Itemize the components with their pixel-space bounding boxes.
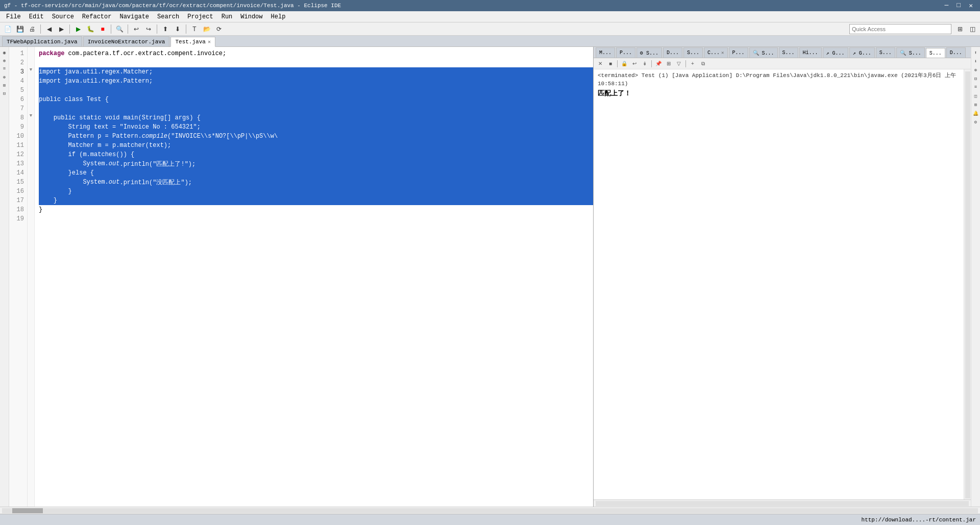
toolbar-stop[interactable]: ■ [97, 23, 108, 35]
toolbar-open-type[interactable]: T [189, 23, 200, 35]
toolbar-next-edit[interactable]: ⬇ [172, 23, 183, 35]
console-tab-s5[interactable]: S... [876, 47, 895, 58]
tab-test-close[interactable]: ✕ [208, 39, 211, 45]
toolbar-run[interactable]: ▶ [72, 23, 84, 35]
toolbar-redo[interactable]: ↪ [143, 23, 154, 35]
fold-12 [28, 148, 34, 157]
line-num-7: 7 [9, 104, 27, 113]
line-num-19: 19 [9, 214, 27, 223]
console-tab-p2[interactable]: P... [729, 47, 748, 58]
console-vscroll-track[interactable] [965, 71, 970, 498]
toolbar-debug[interactable]: 🐛 [85, 23, 96, 35]
menu-edit[interactable]: Edit [25, 12, 48, 21]
side-icon-1[interactable]: ⬆ [972, 49, 979, 56]
console-tab-d2[interactable]: D... [946, 47, 966, 58]
console-tab-s7[interactable]: S... [926, 48, 945, 58]
menu-source[interactable]: Source [48, 12, 78, 21]
gutter-icon-4[interactable]: ⊕ [1, 73, 8, 81]
toolbar-search[interactable]: 🔍 [114, 23, 125, 35]
maximize-button[interactable]: □ [953, 2, 964, 10]
bottom-scroll-track[interactable] [2, 508, 978, 513]
side-icon-4[interactable]: ⊟ [972, 75, 979, 82]
close-button[interactable]: ✕ [966, 2, 976, 10]
side-icon-5[interactable]: ≡ [972, 84, 979, 91]
toolbar-prev-edit[interactable]: ⬆ [160, 23, 171, 35]
console-new[interactable]: + [688, 59, 697, 68]
toolbar-undo[interactable]: ↩ [131, 23, 142, 35]
quick-access-input[interactable] [849, 24, 951, 34]
console-hscroll[interactable] [594, 499, 971, 507]
console-view-menu[interactable]: ▽ [674, 59, 683, 68]
fold-10 [28, 130, 34, 139]
console-terminate[interactable]: ■ [606, 59, 615, 68]
console-tab-c[interactable]: C...✕ [704, 47, 727, 58]
side-icon-7[interactable]: ⊞ [972, 101, 979, 108]
menu-navigate[interactable]: Navigate [115, 12, 153, 21]
toolbar-new[interactable]: 📄 [2, 23, 13, 35]
console-right-gutter [964, 69, 971, 499]
console-tab-s3[interactable]: 🔍 S... [749, 47, 778, 58]
code-line-14: }else { [39, 168, 593, 178]
console-tab-s2[interactable]: S... [683, 47, 703, 58]
gutter-icon-3[interactable]: ≡ [1, 65, 8, 72]
toolbar-sync[interactable]: ⟳ [213, 23, 225, 35]
console-scroll-lock[interactable]: 🔒 [620, 59, 629, 68]
fold-8[interactable]: ▼ [28, 111, 34, 120]
gutter-icon-5[interactable]: ⊞ [1, 82, 8, 89]
side-icon-3[interactable]: ⊕ [972, 66, 979, 73]
minimize-button[interactable]: ─ [942, 2, 952, 10]
side-icon-9[interactable]: ⚙ [972, 118, 979, 126]
fold-3[interactable]: ▼ [28, 65, 34, 74]
console-tab-g1[interactable]: ↗ G... [823, 47, 848, 58]
side-icon-6[interactable]: ◫ [972, 92, 979, 99]
menu-window[interactable]: Window [236, 12, 266, 21]
tab-test[interactable]: Test.java ✕ [170, 37, 215, 47]
bottom-scroll[interactable] [0, 507, 980, 514]
console-tab-g2[interactable]: ↗ G... [849, 47, 875, 58]
console-scroll-end[interactable]: ↡ [640, 59, 649, 68]
console-word-wrap[interactable]: ↩ [630, 59, 639, 68]
fold-13 [28, 157, 34, 166]
console-tab-s6[interactable]: 🔍 S... [896, 47, 925, 58]
toolbar-print[interactable]: 🖨 [27, 23, 38, 35]
toolbar-open-resource[interactable]: 📂 [201, 23, 212, 35]
gutter-icon-6[interactable]: ⊟ [1, 90, 8, 97]
menu-run[interactable]: Run [217, 12, 237, 21]
side-icon-2[interactable]: ⬇ [972, 58, 979, 65]
console-pin[interactable]: 📌 [654, 59, 663, 68]
menu-file[interactable]: File [2, 12, 25, 21]
gutter-icon-2[interactable]: ⊛ [1, 57, 8, 64]
toolbar-save[interactable]: 💾 [14, 23, 26, 35]
menu-search[interactable]: Search [153, 12, 183, 21]
toolbar-sep-2 [69, 24, 70, 34]
console-tab-hi[interactable]: Hi... [799, 47, 822, 58]
menu-project[interactable]: Project [183, 12, 217, 21]
console-copy[interactable]: ⧉ [698, 59, 707, 68]
console-tab-m[interactable]: M... [596, 47, 615, 58]
side-icon-8[interactable]: 🔔 [972, 110, 979, 117]
toolbar-forward[interactable]: ▶ [56, 23, 67, 35]
title-controls: ─ □ ✕ [942, 2, 976, 10]
toolbar-perspective[interactable]: ⊞ [954, 23, 966, 35]
gutter-icon-1[interactable]: ◉ [1, 49, 8, 56]
code-editor[interactable]: 1 2 3 4 5 6 7 8 9 10 11 12 13 14 15 16 1… [9, 47, 593, 507]
menu-refactor[interactable]: Refactor [78, 12, 116, 21]
console-expand[interactable]: ⊞ [664, 59, 673, 68]
console-tab-d1[interactable]: D... [663, 47, 682, 58]
tab-invoicenoextractor-label: InvoiceNoExtractor.java [88, 39, 165, 45]
console-tab-s4[interactable]: S... [779, 47, 798, 58]
tab-tfwebapp[interactable]: TFWebApplication.java [2, 36, 82, 46]
console-tab-p1[interactable]: P... [616, 47, 635, 58]
console-clear[interactable]: ✕ [596, 59, 605, 68]
tab-invoicenoextractor[interactable]: InvoiceNoExtractor.java [83, 36, 170, 46]
code-lines[interactable]: package com.pactera.tf.ocr.extract.compe… [35, 47, 593, 507]
console-tab-s1[interactable]: ⚙ S... [636, 47, 662, 58]
tab-test-label: Test.java [175, 39, 205, 45]
toolbar-views[interactable]: ◫ [967, 23, 978, 35]
tab-tfwebapp-label: TFWebApplication.java [7, 39, 78, 45]
bottom-scroll-thumb[interactable] [12, 508, 43, 513]
menu-help[interactable]: Help [267, 12, 290, 21]
line-num-16: 16 [9, 187, 27, 196]
console-hscroll-track[interactable] [596, 501, 969, 506]
toolbar-back[interactable]: ◀ [43, 23, 55, 35]
